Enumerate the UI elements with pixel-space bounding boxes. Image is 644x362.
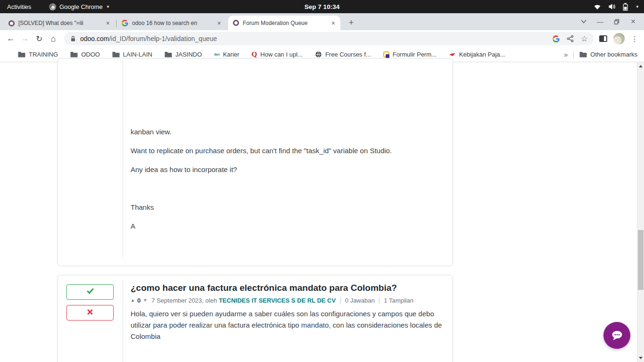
bookmark-folder-odoo[interactable]: ODOO — [70, 51, 100, 58]
divider — [123, 280, 123, 362]
restore-button[interactable] — [611, 18, 622, 25]
bookmark-kebijakan[interactable]: Kebijakan Paja... — [449, 51, 505, 58]
chrome-logo-icon — [49, 3, 56, 10]
other-bookmarks-button[interactable]: Other bookmarks — [579, 51, 637, 58]
vote-up-icon[interactable]: ▲ — [131, 298, 135, 303]
tab-search-chevron-icon[interactable] — [578, 19, 589, 24]
address-bar[interactable]: odoo.com/id_ID/forum/help-1/validation_q… — [64, 32, 594, 45]
divider — [123, 58, 123, 257]
clock[interactable]: Sep 7 10:34 — [305, 3, 339, 10]
forum-moderation-page: kanban view. Want to replicate on purcha… — [0, 62, 644, 362]
url-domain: odoo.com — [80, 35, 109, 42]
bookmark-label: Kebijakan Paja... — [459, 51, 505, 58]
post-paragraph: Thanks — [131, 202, 445, 213]
tab-solved-question[interactable]: [SOLVED] What does "=ili × — [4, 16, 115, 30]
minimize-button[interactable]: — — [595, 18, 605, 25]
scroll-up-arrow-icon[interactable] — [639, 65, 643, 67]
post-date: 7 September 2023, oleh — [151, 297, 217, 304]
bookmark-star-icon[interactable]: ☆ — [581, 35, 588, 43]
lock-icon — [70, 35, 76, 42]
url-path: /id_ID/forum/help-1/validation_queue — [109, 35, 217, 42]
post-title[interactable]: ¿como hacer una factura electrónica mand… — [131, 282, 445, 293]
post-paragraph: Hola, quiero ver si pueden ayudarme a sa… — [131, 308, 445, 342]
chevron-down-icon: ▾ — [636, 4, 638, 9]
odoo-favicon-icon — [8, 20, 15, 26]
post-views-count: 1 Tampilan — [384, 297, 413, 304]
close-window-button[interactable]: × — [628, 17, 638, 26]
tab-title: [SOLVED] What does "=ili — [18, 20, 102, 26]
screen: Activities Google Chrome ▾ Sep 7 10:34 ▾… — [0, 0, 644, 362]
google-action-icon[interactable] — [553, 35, 560, 42]
bookmark-label: LAIN-LAIN — [123, 51, 152, 58]
bookmarks-overflow-chevron[interactable]: » — [564, 50, 568, 58]
folder-icon — [112, 51, 120, 58]
app-menu-label: Google Chrome — [59, 3, 103, 10]
new-tab-button[interactable]: + — [345, 17, 357, 29]
chevron-down-icon: ▾ — [107, 4, 109, 9]
share-icon[interactable] — [567, 35, 574, 42]
menu-dots-icon[interactable]: ⋮ — [631, 34, 638, 43]
x-icon — [87, 309, 93, 315]
bookmark-label: Formulir Perm... — [393, 51, 437, 58]
url-text: odoo.com/id_ID/forum/help-1/validation_q… — [80, 35, 217, 42]
scroll-down-arrow-icon[interactable] — [639, 357, 643, 359]
post-1-body: kanban view. Want to replicate on purcha… — [123, 58, 453, 232]
post-2-body: ¿como hacer una factura electrónica mand… — [123, 275, 453, 362]
bookmark-how-can-i-upload[interactable]: Q How can I upl... — [252, 51, 303, 58]
bookmark-folder-training[interactable]: TRAINING — [18, 51, 58, 58]
bookmark-folder-lain-lain[interactable]: LAIN-LAIN — [112, 51, 152, 58]
tab-strip: [SOLVED] What does "=ili × odoo 16 how t… — [0, 13, 644, 30]
post-2-actions-column — [58, 275, 123, 362]
profile-avatar[interactable] — [613, 33, 625, 44]
window-controls: — × — [578, 13, 644, 30]
post-1-actions-column — [58, 58, 123, 266]
divider: | — [379, 296, 380, 304]
check-icon — [87, 288, 94, 294]
bookmark-label: Free Courses f... — [325, 51, 371, 58]
bookmark-folder-jasindo[interactable]: JASINDO — [165, 51, 202, 58]
ikn-logo-icon: ikn — [214, 52, 220, 57]
forward-button[interactable]: → — [18, 34, 32, 43]
post-paragraph: kanban view. — [131, 126, 445, 138]
post-paragraph — [131, 350, 445, 361]
volume-icon — [608, 3, 616, 10]
tab-google-search[interactable]: odoo 16 how to search en × — [117, 16, 226, 30]
folder-icon — [70, 51, 78, 58]
flag-icon — [449, 52, 456, 57]
toolbar-right: ⋮ — [599, 33, 640, 44]
bookmark-label: Other bookmarks — [590, 51, 637, 58]
bookmark-formulir[interactable]: Formulir Perm... — [383, 51, 437, 58]
quora-icon: Q — [252, 51, 257, 58]
tab-close-icon[interactable]: × — [105, 19, 111, 27]
system-bar: Activities Google Chrome ▾ Sep 7 10:34 ▾ — [0, 0, 644, 13]
post-paragraph: Any idea as how to incorporate it? — [131, 164, 445, 175]
post-paragraph: Want to replicate on purchase orders, bu… — [131, 145, 445, 156]
bookmark-label: TRAINING — [29, 51, 58, 58]
back-button[interactable]: ← — [4, 34, 18, 43]
tab-close-icon[interactable]: × — [330, 19, 337, 27]
bookmark-free-courses[interactable]: Free Courses f... — [315, 51, 371, 58]
chat-bubble-icon — [610, 329, 624, 342]
tab-title: odoo 16 how to search en — [132, 20, 213, 26]
scrollbar-thumb[interactable] — [638, 230, 644, 290]
bookmarks-right: » Other bookmarks — [564, 50, 637, 59]
side-panel-icon[interactable] — [599, 35, 607, 42]
home-button[interactable]: ⌂ — [46, 34, 60, 44]
approve-post-button[interactable] — [66, 284, 114, 300]
tab-forum-moderation-queue[interactable]: Forum Moderation Queue × — [228, 16, 340, 30]
post-meta: ▲ 0 ▼ 7 September 2023, oleh TECNIDES IT… — [131, 296, 445, 304]
bookmark-label: Karier — [223, 51, 239, 58]
reload-button[interactable]: ↻ — [32, 34, 46, 44]
bookmark-karier[interactable]: ikn Karier — [214, 51, 239, 58]
reject-post-button[interactable] — [66, 305, 114, 321]
tab-close-icon[interactable]: × — [216, 19, 223, 27]
livechat-button[interactable] — [603, 322, 630, 349]
app-menu[interactable]: Google Chrome ▾ — [49, 3, 109, 10]
activities-button[interactable]: Activities — [7, 3, 31, 10]
post-author-link[interactable]: TECNIDES IT SERVICES S DE RL DE CV — [219, 297, 336, 304]
system-tray[interactable]: ▾ — [594, 3, 638, 11]
post-card-1: kanban view. Want to replicate on purcha… — [57, 58, 453, 266]
page-scrollbar[interactable] — [637, 62, 644, 362]
divider: | — [339, 296, 341, 304]
vote-down-icon[interactable]: ▼ — [143, 298, 147, 303]
